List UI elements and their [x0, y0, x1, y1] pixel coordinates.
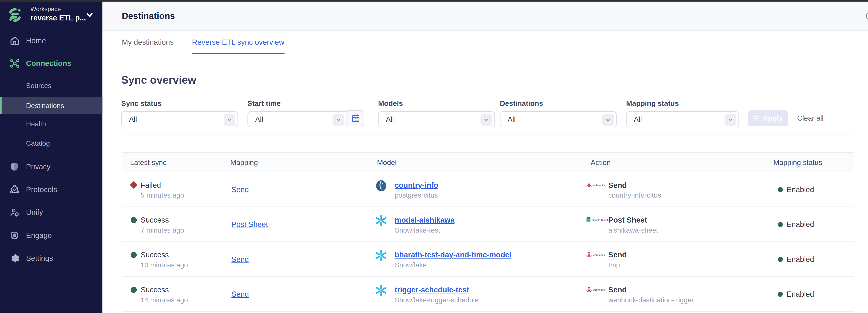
- apply-button[interactable]: Apply: [748, 110, 788, 126]
- mapping-status-value: Enabled: [787, 255, 814, 263]
- chevron-down-icon: [724, 114, 736, 125]
- sidebar-item-home[interactable]: Home: [0, 32, 102, 49]
- enabled-dot-icon: [778, 257, 783, 262]
- action-name: Send: [608, 285, 626, 294]
- protocols-icon: [9, 184, 20, 195]
- filter-mapping-status: Mapping status All: [626, 99, 739, 127]
- col-mapping: Mapping: [230, 158, 258, 166]
- chevron-down-icon: [224, 114, 235, 125]
- chevron-down-icon: [602, 114, 614, 125]
- webhooks-icon: webhooks: [586, 287, 604, 292]
- chevron-down-icon: [333, 114, 344, 125]
- shield-icon: [9, 161, 20, 172]
- webhooks-icon: webhooks: [586, 182, 604, 188]
- start-time-select[interactable]: All: [248, 111, 347, 127]
- snowflake-icon: [375, 214, 388, 227]
- col-mapping-status: Mapping status: [773, 158, 822, 166]
- webhooks-icon: webhooks: [586, 252, 604, 257]
- workspace-switcher[interactable]: Workspace reverse ETL p...: [0, 4, 102, 29]
- sidebar-item-privacy[interactable]: Privacy: [0, 158, 102, 175]
- enabled-dot-icon: [778, 292, 783, 297]
- chevron-down-icon: [86, 11, 94, 19]
- sync-status: Success: [141, 286, 169, 294]
- sidebar-item-connections[interactable]: Connections: [0, 55, 102, 71]
- sync-time: 5 minutes ago: [141, 191, 184, 199]
- status-success-icon: [131, 217, 137, 223]
- sync-time: 14 minutes ago: [141, 296, 188, 304]
- table-row: Success 10 minutes ago Send bharath-test…: [122, 242, 854, 277]
- action-target: country-info-citus: [608, 191, 661, 199]
- table-header: Latest sync Mapping Model Action Mapping…: [122, 153, 854, 172]
- enabled-dot-icon: [778, 222, 783, 227]
- models-select[interactable]: All: [378, 111, 495, 127]
- window-top-edge: [0, 0, 868, 2]
- sync-overview-table: Latest sync Mapping Model Action Mapping…: [122, 152, 854, 311]
- calendar-icon[interactable]: [347, 110, 364, 126]
- action-name: Send: [608, 181, 626, 189]
- tab-my-destinations[interactable]: My destinations: [122, 31, 174, 54]
- sidebar-item-engage[interactable]: Engage: [0, 227, 102, 244]
- model-link[interactable]: trigger-schedule-test: [395, 285, 469, 294]
- tab-reverse-etl-sync-overview[interactable]: Reverse ETL sync overview: [192, 31, 284, 54]
- sync-status: Success: [141, 251, 169, 259]
- table-row: Success 14 minutes ago Send trigger-sche…: [122, 277, 854, 312]
- clear-all-button[interactable]: Clear all: [797, 114, 824, 122]
- sidebar-item-catalog[interactable]: Catalog: [0, 134, 102, 152]
- person-gear-icon: [9, 207, 20, 218]
- mapping-link[interactable]: Post Sheet: [231, 220, 268, 229]
- filter-start-time: Start time All: [248, 99, 347, 127]
- sidebar-item-sources[interactable]: Sources: [0, 77, 102, 94]
- table-row: Failed 5 minutes ago Send country-info p…: [122, 172, 854, 207]
- search-icon[interactable]: [865, 11, 868, 22]
- sidebar-item-unify[interactable]: Unify: [0, 204, 102, 220]
- engage-icon: [9, 230, 20, 241]
- filter-sync-status: Sync status All: [121, 99, 238, 127]
- home-icon: [9, 35, 20, 46]
- divider: [121, 134, 854, 135]
- col-action: Action: [591, 158, 611, 166]
- rudderstack-logo-icon: [7, 7, 23, 23]
- model-source: Snowflake-test: [395, 226, 440, 234]
- action-target: webhook-destination-trigger: [608, 296, 694, 304]
- google-sheets-icon: Google Sheets: [586, 217, 609, 223]
- col-model: Model: [377, 158, 397, 166]
- action-target: aishikawa-sheet: [608, 226, 658, 234]
- action-name: Post Sheet: [608, 216, 647, 224]
- sidebar-item-health[interactable]: Health: [0, 115, 102, 132]
- mapping-link[interactable]: Send: [231, 255, 249, 263]
- sidebar-item-destinations[interactable]: Destinations: [0, 97, 102, 114]
- status-success-icon: [131, 286, 137, 292]
- model-link[interactable]: model-aishikawa: [395, 216, 455, 224]
- topbar: Destinations RN: [102, 2, 868, 31]
- postgres-icon: [375, 179, 388, 192]
- section-title: Sync overview: [121, 74, 196, 87]
- model-source: Snowflake-trigger-schedule: [395, 296, 478, 304]
- sync-status-select[interactable]: All: [121, 111, 238, 127]
- workspace-label: Workspace: [30, 5, 61, 12]
- chevron-down-icon: [480, 114, 492, 125]
- destinations-select[interactable]: All: [500, 111, 617, 127]
- sidebar-item-settings[interactable]: Settings: [0, 250, 102, 266]
- mapping-status-value: Enabled: [787, 290, 814, 299]
- model-link[interactable]: country-info: [395, 181, 438, 189]
- sync-status: Failed: [141, 181, 161, 189]
- connections-icon: [9, 58, 20, 69]
- sidebar-item-protocols[interactable]: Protocols: [0, 181, 102, 197]
- sync-time: 7 minutes ago: [141, 226, 184, 234]
- action-name: Send: [608, 251, 626, 259]
- mapping-status-select[interactable]: All: [626, 111, 739, 127]
- gear-icon: [9, 253, 20, 264]
- sync-time: 10 minutes ago: [141, 261, 188, 269]
- enabled-dot-icon: [778, 187, 783, 192]
- tab-bar: My destinations Reverse ETL sync overvie…: [122, 31, 284, 54]
- filter-destinations: Destinations All: [500, 99, 617, 127]
- page-title: Destinations: [122, 11, 175, 21]
- model-link[interactable]: bharath-test-day-and-time-model: [395, 251, 512, 259]
- mapping-link[interactable]: Send: [231, 290, 249, 299]
- model-source: Snowflake: [395, 261, 427, 269]
- model-source: postgres-citus: [395, 191, 438, 199]
- snowflake-icon: [375, 249, 388, 262]
- app-window: Workspace reverse ETL p... Home Conn: [0, 0, 868, 313]
- sidebar: Workspace reverse ETL p... Home Conn: [0, 0, 102, 313]
- mapping-link[interactable]: Send: [231, 185, 249, 194]
